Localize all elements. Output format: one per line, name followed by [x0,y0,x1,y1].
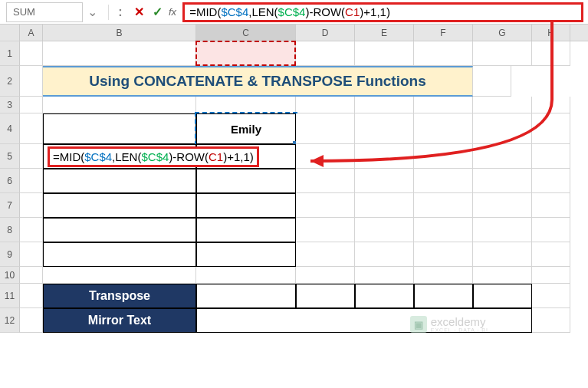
cell[interactable] [296,169,355,193]
row-header-3[interactable]: 3 [0,97,20,113]
cell[interactable] [20,267,43,284]
formula-input[interactable]: =MID($C$4,LEN($C$4)-ROW(C1)+1,1) [182,2,583,22]
cell[interactable] [532,41,570,66]
row-header-5[interactable]: 5 [0,144,20,169]
cell[interactable] [196,284,296,308]
cell[interactable] [43,169,196,193]
cell[interactable] [532,308,570,333]
name-header-cell[interactable]: Name [43,113,196,144]
cell[interactable] [414,97,473,113]
cell[interactable] [20,308,43,333]
cell[interactable] [196,193,296,218]
cell[interactable] [414,267,473,284]
col-header-F[interactable]: F [414,25,473,41]
cell[interactable] [355,113,414,144]
cell[interactable] [414,284,473,308]
cell[interactable] [355,242,414,267]
cancel-icon[interactable]: ✕ [132,5,146,19]
cell[interactable] [355,41,414,66]
cell[interactable] [473,218,532,242]
cell[interactable] [473,66,511,97]
emily-cell[interactable]: Emily [196,113,296,144]
col-header-C[interactable]: C [196,25,296,41]
row-header-6[interactable]: 6 [0,169,20,193]
cell[interactable] [473,284,532,308]
fx-icon[interactable]: fx [169,6,176,18]
cell[interactable] [532,193,570,218]
cell[interactable] [532,284,570,308]
row-header-12[interactable]: 12 [0,308,20,333]
cell[interactable] [532,242,570,267]
row-header-2[interactable]: 2 [0,66,20,97]
cell[interactable] [355,97,414,113]
cell[interactable] [20,193,43,218]
row-header-11[interactable]: 11 [0,284,20,308]
cell[interactable] [296,242,355,267]
name-box-dropdown-icon[interactable]: ⌄ [83,5,102,19]
row-header-7[interactable]: 7 [0,193,20,218]
row-header-1[interactable]: 1 [0,41,20,66]
cell[interactable] [414,193,473,218]
name-box[interactable]: SUM [6,2,83,22]
col-header-B[interactable]: B [43,25,196,41]
cell[interactable] [296,193,355,218]
col-header-E[interactable]: E [355,25,414,41]
cell[interactable] [43,193,196,218]
cell[interactable] [296,267,355,284]
cell[interactable] [473,242,532,267]
cell[interactable] [20,41,43,66]
cell[interactable] [43,97,196,113]
cell[interactable] [196,267,296,284]
row-header-9[interactable]: 9 [0,242,20,267]
cell[interactable] [355,193,414,218]
cell[interactable] [532,113,570,144]
cell[interactable] [296,97,355,113]
col-header-G[interactable]: G [473,25,532,41]
cell[interactable] [43,41,196,66]
row-header-10[interactable]: 10 [0,267,20,284]
cell[interactable] [355,284,414,308]
cell[interactable] [355,218,414,242]
cell[interactable] [414,144,473,169]
cell[interactable] [473,41,532,66]
cell[interactable] [473,193,532,218]
row-header-4[interactable]: 4 [0,113,20,144]
select-all-corner[interactable] [0,25,20,41]
cell[interactable] [196,218,296,242]
cell[interactable] [20,113,43,144]
cell[interactable] [532,97,570,113]
cell[interactable] [20,242,43,267]
row-header-8[interactable]: 8 [0,218,20,242]
cell[interactable] [20,97,43,113]
cell[interactable] [296,113,355,144]
cell[interactable] [532,144,570,169]
cell[interactable] [355,169,414,193]
cell[interactable] [355,267,414,284]
cell[interactable] [196,242,296,267]
cell[interactable] [473,144,532,169]
cell[interactable] [196,97,296,113]
cell[interactable] [414,41,473,66]
cell[interactable] [20,66,43,97]
cell[interactable] [532,169,570,193]
cell[interactable] [296,284,355,308]
cell[interactable] [296,144,355,169]
cell[interactable] [20,284,43,308]
cell[interactable] [414,113,473,144]
cell[interactable] [43,242,196,267]
confirm-icon[interactable]: ✓ [150,5,164,19]
transpose-label[interactable]: Transpose [43,284,196,308]
cell[interactable] [296,41,355,66]
col-header-A[interactable]: A [20,25,43,41]
cell[interactable] [532,267,570,284]
cell[interactable] [414,169,473,193]
cell[interactable] [20,144,43,169]
cell-C1[interactable] [196,41,296,66]
cell[interactable] [296,218,355,242]
col-header-D[interactable]: D [296,25,355,41]
col-header-H[interactable]: H [532,25,570,41]
cell[interactable] [43,218,196,242]
cell[interactable] [196,169,296,193]
cell[interactable] [473,97,532,113]
cell[interactable] [414,218,473,242]
